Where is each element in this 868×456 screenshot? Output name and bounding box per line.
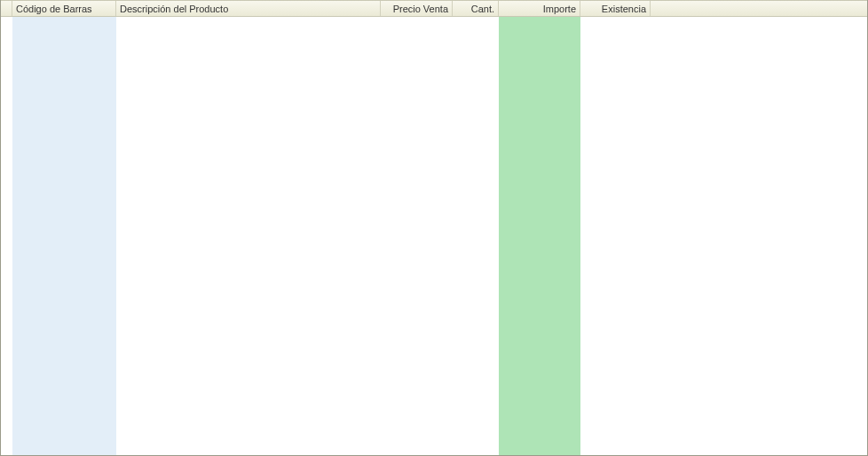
column-body-filler	[651, 17, 867, 455]
column-header-stock[interactable]: Existencia	[580, 1, 651, 16]
column-body-barcode	[12, 17, 116, 455]
column-body-price	[381, 17, 453, 455]
column-body-stock	[580, 17, 651, 455]
grid-header-row: Código de Barras Descripción del Product…	[1, 0, 867, 17]
column-body-quantity	[453, 17, 499, 455]
column-header-filler	[651, 1, 867, 16]
column-header-quantity[interactable]: Cant.	[453, 1, 499, 16]
column-header-description[interactable]: Descripción del Producto	[116, 1, 381, 16]
column-header-price[interactable]: Precio Venta	[381, 1, 453, 16]
column-body-amount	[499, 17, 580, 455]
row-indicator-column	[1, 17, 12, 455]
product-grid: Código de Barras Descripción del Product…	[0, 0, 868, 456]
grid-body[interactable]	[1, 17, 867, 455]
row-indicator-header[interactable]	[1, 1, 12, 16]
column-header-barcode[interactable]: Código de Barras	[12, 1, 116, 16]
column-header-amount[interactable]: Importe	[499, 1, 580, 16]
column-body-description	[116, 17, 381, 455]
